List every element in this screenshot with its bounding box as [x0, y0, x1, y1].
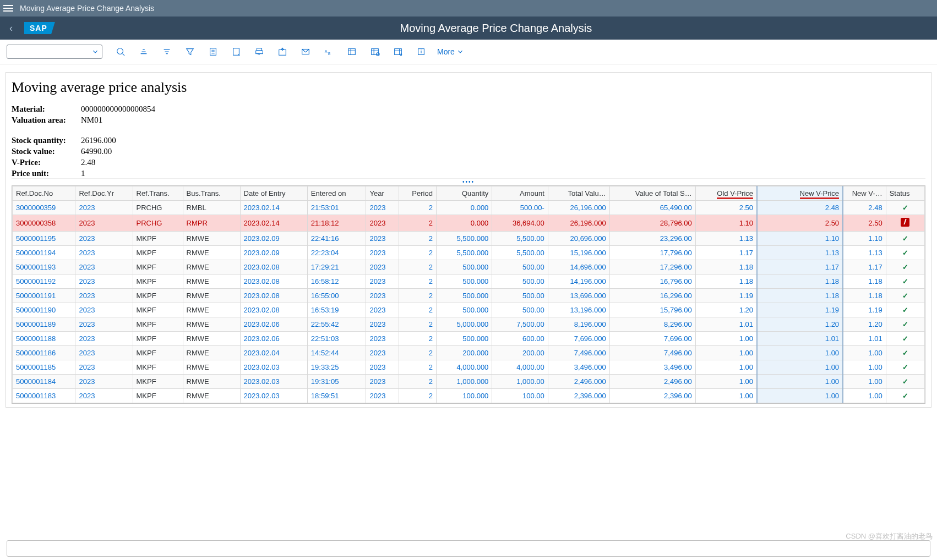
cell-newv: 1.10: [843, 232, 886, 246]
print-icon[interactable]: W: [248, 40, 271, 64]
col-entered[interactable]: Entered on: [307, 186, 366, 201]
cell-newv: 1.18: [843, 274, 886, 289]
col-period[interactable]: Period: [399, 186, 437, 201]
col-new-vprice[interactable]: New V-Price: [757, 186, 843, 201]
layout-settings-icon[interactable]: [363, 40, 386, 64]
mail-icon[interactable]: [294, 40, 317, 64]
sort-desc-icon[interactable]: [155, 40, 178, 64]
table-row[interactable]: 50000011952023MKPFRMWE2023.02.0922:41:16…: [13, 232, 925, 246]
col-bustrans[interactable]: Bus.Trans.: [183, 186, 240, 201]
cell-year: 2023: [366, 375, 399, 389]
details-icon[interactable]: [109, 40, 132, 64]
cell-date: 2023.02.03: [240, 360, 307, 375]
cell-entered: 19:31:05: [307, 375, 366, 389]
cell-new-vprice: 1.17: [757, 260, 843, 274]
cell-amount: 200.00: [492, 346, 548, 360]
cell-date: 2023.02.09: [240, 246, 307, 260]
col-date[interactable]: Date of Entry: [240, 186, 307, 201]
cell-new-vprice: 1.00: [757, 346, 843, 360]
col-totalval[interactable]: Total Valu…: [548, 186, 609, 201]
cell-bustrans: RMPR: [183, 215, 240, 232]
col-refdocno[interactable]: Ref.Doc.No: [13, 186, 75, 201]
cell-entered: 21:53:01: [307, 201, 366, 215]
cell-refdocno[interactable]: 5000001191: [13, 289, 75, 303]
cell-reftrans: MKPF: [133, 274, 183, 289]
col-old-vprice[interactable]: Old V-Price: [695, 186, 757, 201]
analysis-panel: Moving average price analysis Material: …: [6, 72, 931, 408]
menu-icon[interactable]: [3, 3, 13, 13]
splitter-handle[interactable]: ••••: [12, 178, 925, 185]
cell-totalval: 13,196.000: [548, 303, 609, 317]
cell-refdocno[interactable]: 5000001188: [13, 332, 75, 346]
cell-refdocno[interactable]: 5000001190: [13, 303, 75, 317]
cell-newv: 1.13: [843, 246, 886, 260]
table-row[interactable]: 50000011912023MKPFRMWE2023.02.0816:55:00…: [13, 289, 925, 303]
status-ok-icon: ✓: [902, 377, 908, 386]
layout-icon[interactable]: [340, 40, 363, 64]
table-row[interactable]: 30000003582023PRCHGRMPR2023.02.1421:18:1…: [13, 215, 925, 232]
col-year[interactable]: Year: [366, 186, 399, 201]
table-row[interactable]: 50000011902023MKPFRMWE2023.02.0816:53:19…: [13, 303, 925, 317]
subtotal-icon[interactable]: [225, 40, 248, 64]
table-row[interactable]: 50000011932023MKPFRMWE2023.02.0817:29:21…: [13, 260, 925, 274]
back-button[interactable]: ‹: [0, 23, 22, 34]
table-row[interactable]: 50000011942023MKPFRMWE2023.02.0922:23:04…: [13, 246, 925, 260]
results-grid[interactable]: Ref.Doc.No Ref.Doc.Yr Ref.Trans. Bus.Tra…: [12, 185, 925, 404]
layout-save-icon[interactable]: [386, 40, 410, 64]
cell-year: 2023: [366, 289, 399, 303]
status-ok-icon: ✓: [902, 292, 908, 300]
cell-refdocno[interactable]: 5000001184: [13, 375, 75, 389]
filter-icon[interactable]: [178, 40, 201, 64]
cell-reftrans: MKPF: [133, 232, 183, 246]
cell-refdocno[interactable]: 5000001192: [13, 274, 75, 289]
table-row[interactable]: 50000011832023MKPFRMWE2023.02.0318:59:51…: [13, 389, 925, 403]
col-valuetotal[interactable]: Value of Total S…: [609, 186, 695, 201]
col-qty[interactable]: Quantity: [436, 186, 492, 201]
table-row[interactable]: 30000003592023PRCHGRMBL2023.02.1421:53:0…: [13, 201, 925, 215]
info-icon[interactable]: [410, 40, 433, 64]
col-newv[interactable]: New V-…: [843, 186, 886, 201]
cell-valuetotal: 2,496.00: [609, 375, 695, 389]
variant-select[interactable]: [7, 45, 102, 59]
cell-newv: 1.00: [843, 360, 886, 375]
cell-refdocno[interactable]: 5000001189: [13, 317, 75, 332]
abc-icon[interactable]: AB: [317, 40, 340, 64]
table-row[interactable]: 50000011882023MKPFRMWE2023.02.0622:51:03…: [13, 332, 925, 346]
table-row[interactable]: 50000011892023MKPFRMWE2023.02.0622:55:42…: [13, 317, 925, 332]
cell-refdocno[interactable]: 5000001195: [13, 232, 75, 246]
cell-newv: 2.48: [843, 201, 886, 215]
cell-refdocno[interactable]: 5000001185: [13, 360, 75, 375]
cell-old-vprice: 1.00: [695, 360, 757, 375]
table-row[interactable]: 50000011842023MKPFRMWE2023.02.0319:31:05…: [13, 375, 925, 389]
more-button[interactable]: More: [437, 47, 464, 56]
cell-refdocyr: 2023: [75, 246, 133, 260]
cell-amount: 500.00: [492, 260, 548, 274]
cell-qty: 500.000: [436, 303, 492, 317]
status-ok-icon: ✓: [902, 204, 908, 212]
table-row[interactable]: 50000011922023MKPFRMWE2023.02.0816:58:12…: [13, 274, 925, 289]
table-row[interactable]: 50000011852023MKPFRMWE2023.02.0319:33:25…: [13, 360, 925, 375]
sort-asc-icon[interactable]: [132, 40, 155, 64]
cell-old-vprice: 1.10: [695, 215, 757, 232]
table-row[interactable]: 50000011862023MKPFRMWE2023.02.0414:52:44…: [13, 346, 925, 360]
status-ok-icon: ✓: [902, 234, 908, 243]
cell-refdocno[interactable]: 5000001193: [13, 260, 75, 274]
cell-year: 2023: [366, 360, 399, 375]
header-bar: ‹ SAP Moving Average Price Change Analys…: [0, 17, 937, 40]
col-refdocyr[interactable]: Ref.Doc.Yr: [75, 186, 133, 201]
cell-refdocno[interactable]: 3000000358: [13, 215, 75, 232]
col-status[interactable]: Status: [886, 186, 924, 201]
export-icon[interactable]: [271, 40, 294, 64]
col-amount[interactable]: Amount: [492, 186, 548, 201]
total-icon[interactable]: [201, 40, 225, 64]
cell-newv: 1.00: [843, 389, 886, 403]
cell-newv: 1.01: [843, 332, 886, 346]
col-reftrans[interactable]: Ref.Trans.: [133, 186, 183, 201]
cell-refdocno[interactable]: 5000001186: [13, 346, 75, 360]
svg-text:B: B: [328, 52, 330, 56]
cell-refdocno[interactable]: 5000001183: [13, 389, 75, 403]
cell-refdocno[interactable]: 3000000359: [13, 201, 75, 215]
cell-amount: 600.00: [492, 332, 548, 346]
cell-refdocno[interactable]: 5000001194: [13, 246, 75, 260]
cell-period: 2: [399, 389, 437, 403]
